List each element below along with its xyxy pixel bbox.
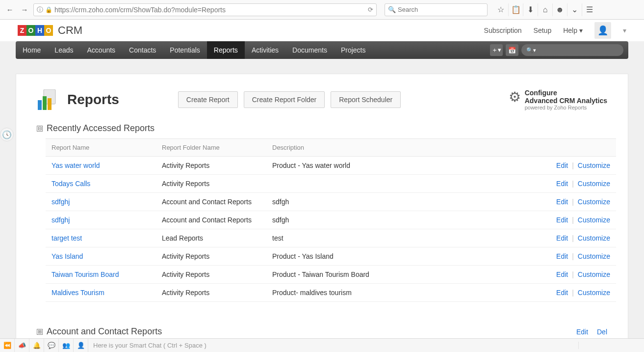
browser-search-input[interactable] bbox=[398, 6, 484, 13]
customize-link[interactable]: Customize bbox=[578, 162, 610, 169]
tab-reports[interactable]: Reports bbox=[207, 41, 245, 59]
tab-activities[interactable]: Activities bbox=[245, 41, 285, 59]
section-del-link[interactable]: Del bbox=[597, 328, 607, 336]
edit-link[interactable]: Edit bbox=[556, 234, 568, 242]
report-desc: sdfgh bbox=[266, 193, 472, 211]
edit-link[interactable]: Edit bbox=[556, 271, 568, 278]
collapse-chat-icon[interactable]: ⏪ bbox=[0, 339, 15, 352]
setup-link[interactable]: Setup bbox=[534, 27, 552, 34]
configure-analytics[interactable]: ⚙ Configure Advanced CRM Analytics power… bbox=[509, 89, 607, 110]
edit-link[interactable]: Edit bbox=[556, 162, 568, 169]
table-row: Yas IslandActivity ReportsProduct - Yas … bbox=[46, 247, 616, 266]
calendar-button[interactable]: 📅 bbox=[506, 44, 518, 56]
section-edit-link[interactable]: Edit bbox=[576, 328, 588, 336]
url-bar[interactable]: ⓘ 🔒 https://crm.zoho.com/crm/ShowTab.do?… bbox=[33, 3, 377, 16]
section-title-recent: Recently Accessed Reports bbox=[47, 123, 155, 134]
tab-projects[interactable]: Projects bbox=[334, 41, 373, 59]
report-name-link[interactable]: Maldives Tourism bbox=[46, 284, 156, 302]
megaphone-icon[interactable]: 📣 bbox=[15, 339, 29, 352]
menu-icon[interactable]: ☰ bbox=[582, 3, 596, 16]
back-button[interactable]: ← bbox=[4, 4, 16, 16]
pocket-icon[interactable]: ⌄ bbox=[567, 3, 582, 16]
tab-documents[interactable]: Documents bbox=[285, 41, 334, 59]
zoho-logo-icon: Z O H O bbox=[18, 25, 53, 36]
star-icon[interactable]: ☆ bbox=[493, 3, 508, 16]
report-name-link[interactable]: sdfghj bbox=[46, 193, 156, 211]
collapse-icon[interactable]: ⊟ bbox=[37, 126, 43, 132]
report-desc: Product- maldives tourism bbox=[266, 284, 472, 302]
col-folder-name: Report Folder Name bbox=[156, 139, 266, 157]
smart-chat-input[interactable]: Here is your Smart Chat ( Ctrl + Space ) bbox=[88, 342, 579, 349]
customize-link[interactable]: Customize bbox=[578, 252, 610, 260]
report-name-link[interactable]: Todays Calls bbox=[46, 175, 156, 193]
tab-accounts[interactable]: Accounts bbox=[80, 41, 123, 59]
help-link[interactable]: Help ▾ bbox=[563, 27, 583, 34]
user-icon[interactable]: 👤 bbox=[74, 339, 88, 352]
bell-icon[interactable]: 🔔 bbox=[29, 339, 44, 352]
customize-link[interactable]: Customize bbox=[578, 216, 610, 224]
download-icon[interactable]: ⬇ bbox=[523, 3, 538, 16]
edit-link[interactable]: Edit bbox=[556, 216, 568, 224]
avatar[interactable]: 👤 bbox=[594, 22, 611, 39]
report-scheduler-button[interactable]: Report Scheduler bbox=[331, 91, 401, 108]
report-name-link[interactable]: Yas Island bbox=[46, 247, 156, 266]
content-card: Reports Create Report Create Report Fold… bbox=[16, 74, 628, 347]
url-text: https://crm.zoho.com/crm/ShowTab.do?modu… bbox=[54, 6, 366, 14]
customize-link[interactable]: Customize bbox=[578, 289, 610, 297]
page-title: Reports bbox=[67, 92, 119, 108]
contacts-icon[interactable]: 👥 bbox=[59, 339, 74, 352]
table-row: sdfghjAccount and Contact ReportssdfghEd… bbox=[46, 193, 616, 211]
gear-icon: ⚙ bbox=[509, 89, 521, 110]
avatar-dropdown-icon[interactable]: ▾ bbox=[623, 27, 626, 34]
lock-icon: 🔒 bbox=[45, 6, 52, 13]
edit-link[interactable]: Edit bbox=[556, 252, 568, 260]
configure-powered: powered by Zoho Reports bbox=[525, 105, 607, 110]
customize-link[interactable]: Customize bbox=[578, 234, 610, 242]
activity-dock[interactable]: 🕓 bbox=[0, 128, 14, 141]
report-desc bbox=[266, 175, 472, 193]
expand-icon[interactable]: ⊞ bbox=[37, 329, 43, 335]
edit-link[interactable]: Edit bbox=[556, 180, 568, 188]
subscription-link[interactable]: Subscription bbox=[484, 27, 522, 34]
customize-link[interactable]: Customize bbox=[578, 198, 610, 206]
section-account-contact: ⊞ Account and Contact Reports Edit Del bbox=[37, 326, 607, 337]
svg-rect-3 bbox=[48, 98, 52, 110]
edit-link[interactable]: Edit bbox=[556, 198, 568, 206]
report-folder: Activity Reports bbox=[156, 266, 266, 284]
report-folder: Lead Reports bbox=[156, 229, 266, 247]
customize-link[interactable]: Customize bbox=[578, 271, 610, 278]
help-link-label: Help bbox=[563, 27, 577, 34]
tab-leads[interactable]: Leads bbox=[48, 41, 80, 59]
reports-icon bbox=[37, 89, 60, 110]
report-folder: Activity Reports bbox=[156, 247, 266, 266]
chat-icon[interactable]: 💬 bbox=[44, 339, 59, 352]
tab-search[interactable]: 🔍▾ bbox=[521, 44, 623, 56]
chat-bar: ⏪ 📣 🔔 💬 👥 👤 Here is your Smart Chat ( Ct… bbox=[0, 338, 644, 352]
search-icon: 🔍▾ bbox=[526, 47, 536, 54]
tab-contacts[interactable]: Contacts bbox=[122, 41, 163, 59]
reload-icon[interactable]: ⟳ bbox=[368, 6, 373, 13]
report-desc: Product - Yas Island bbox=[266, 247, 472, 266]
create-report-button[interactable]: Create Report bbox=[178, 91, 238, 108]
clipboard-icon[interactable]: 📋 bbox=[508, 3, 523, 16]
edit-link[interactable]: Edit bbox=[556, 289, 568, 297]
tab-home[interactable]: Home bbox=[16, 41, 48, 59]
report-name-link[interactable]: sdfghj bbox=[46, 211, 156, 229]
forward-button[interactable]: → bbox=[19, 4, 30, 16]
browser-search[interactable]: 🔍 bbox=[385, 3, 488, 16]
create-report-folder-button[interactable]: Create Report Folder bbox=[244, 91, 325, 108]
svg-rect-2 bbox=[43, 96, 47, 110]
report-folder: Activity Reports bbox=[156, 157, 266, 175]
report-name-link[interactable]: target test bbox=[46, 229, 156, 247]
home-icon[interactable]: ⌂ bbox=[538, 3, 552, 16]
face-icon[interactable]: ☻ bbox=[552, 3, 567, 16]
col-description: Description bbox=[266, 139, 472, 157]
logo[interactable]: Z O H O CRM bbox=[18, 24, 82, 37]
tab-potentials[interactable]: Potentials bbox=[163, 41, 206, 59]
report-name-link[interactable]: Taiwan Tourism Board bbox=[46, 266, 156, 284]
table-row: target testLead ReportstestEdit|Customiz… bbox=[46, 229, 616, 247]
add-button[interactable]: ＋▾ bbox=[490, 44, 503, 56]
customize-link[interactable]: Customize bbox=[578, 180, 610, 188]
report-name-link[interactable]: Yas water world bbox=[46, 157, 156, 175]
report-desc: test bbox=[266, 229, 472, 247]
